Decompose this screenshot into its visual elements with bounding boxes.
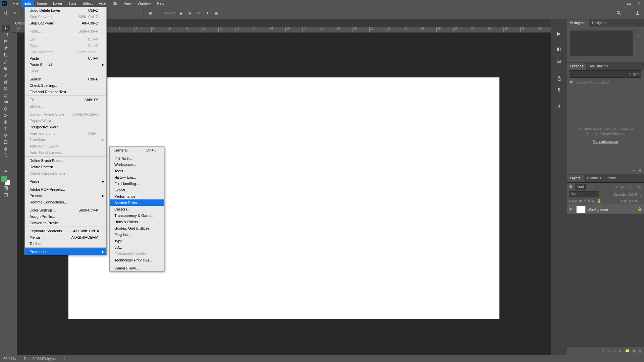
menu-select[interactable]: Select bbox=[79, 0, 96, 7]
brush-tool[interactable] bbox=[2, 72, 10, 78]
auto-align-icon[interactable]: ⊞ bbox=[147, 9, 154, 17]
eyedropper-tool[interactable] bbox=[2, 58, 10, 65]
move-tool-icon[interactable] bbox=[3, 9, 10, 17]
menu-item-workspace[interactable]: Workspace... bbox=[110, 161, 164, 168]
menu-item-define-brush-preset[interactable]: Define Brush Preset... bbox=[25, 157, 106, 164]
crop-tool[interactable] bbox=[2, 52, 10, 58]
color-swatches[interactable] bbox=[1, 176, 10, 185]
zoom-tool[interactable] bbox=[2, 152, 10, 159]
menu-item-paste[interactable]: PasteCtrl+V bbox=[25, 55, 106, 61]
distribute-h-icon[interactable]: ⋯ bbox=[133, 9, 141, 17]
menu-item-step-backward[interactable]: Step BackwardAlt+Ctrl+Z bbox=[25, 20, 106, 26]
menu-item-preferences[interactable]: Preferences▶ bbox=[25, 248, 106, 255]
menu-item-tools[interactable]: Tools... bbox=[110, 168, 164, 174]
library-search[interactable]: 🔍 Search Adobe Stock bbox=[567, 78, 644, 87]
menu-item-adobe-pdf-presets[interactable]: Adobe PDF Presets... bbox=[25, 186, 106, 192]
filter-type-icon[interactable]: T bbox=[626, 185, 631, 189]
filter-smart-icon[interactable]: ▣ bbox=[637, 185, 642, 189]
filter-adjust-icon[interactable]: ◐ bbox=[620, 185, 625, 189]
blend-mode[interactable]: Normal bbox=[569, 191, 599, 197]
layer-name[interactable]: Background bbox=[588, 207, 608, 212]
search-icon[interactable] bbox=[615, 9, 623, 17]
menu-3d[interactable]: 3D bbox=[110, 0, 121, 7]
wand-tool[interactable] bbox=[2, 45, 10, 52]
play-icon[interactable]: ▶ bbox=[554, 28, 565, 39]
menu-item-assign-profile[interactable]: Assign Profile... bbox=[25, 213, 106, 220]
menu-item-guides-grid-slices[interactable]: Guides, Grid & Slices... bbox=[110, 225, 164, 231]
menu-item-performance[interactable]: Performance... bbox=[110, 193, 164, 199]
gradient-tool[interactable] bbox=[2, 99, 10, 105]
layer-thumbnail[interactable] bbox=[576, 206, 586, 213]
tool-options-icon[interactable]: ▾ bbox=[11, 9, 19, 17]
marquee-tool[interactable] bbox=[2, 32, 10, 38]
menu-item-history-log[interactable]: History Log... bbox=[110, 174, 164, 180]
lock-paint-icon[interactable]: ✎ bbox=[583, 199, 586, 203]
menu-item-paste-special[interactable]: Paste Special▶ bbox=[25, 61, 106, 68]
zoom-level[interactable]: 66.67% bbox=[3, 357, 16, 361]
menu-item-remote-connections[interactable]: Remote Connections... bbox=[25, 199, 106, 205]
menu-item-plug-ins[interactable]: Plug-ins... bbox=[110, 231, 164, 238]
hand-tool[interactable] bbox=[2, 145, 10, 152]
orbit-icon[interactable]: ◉ bbox=[177, 9, 185, 17]
menu-item-file-handling[interactable]: File Handling... bbox=[110, 180, 164, 187]
roll-icon[interactable]: ⟳ bbox=[195, 9, 202, 17]
filter-pixel-icon[interactable]: ▧ bbox=[614, 185, 619, 189]
menu-type[interactable]: Type bbox=[65, 0, 79, 7]
character-panel-icon[interactable]: A̲ bbox=[554, 72, 565, 83]
pan-icon[interactable]: ◈ bbox=[186, 9, 194, 17]
tab-navigator[interactable]: Navigator bbox=[589, 19, 610, 27]
tab-channels[interactable]: Channels bbox=[584, 175, 604, 182]
warning-icon[interactable]: ⚠ bbox=[637, 34, 640, 38]
lock-icon[interactable]: 🔒 bbox=[637, 207, 642, 212]
menu-item-search[interactable]: SearchCtrl+F bbox=[25, 76, 106, 82]
shape-tool[interactable] bbox=[2, 139, 10, 145]
tab-histogram[interactable]: Histogram bbox=[567, 19, 589, 27]
menu-edit[interactable]: Edit bbox=[21, 0, 34, 7]
screenmode-tool[interactable] bbox=[2, 192, 10, 198]
menu-item-scratch-disks[interactable]: Scratch Disks... bbox=[110, 199, 164, 206]
group-icon[interactable]: 📁 bbox=[625, 349, 630, 353]
layer-row[interactable]: 👁 Background 🔒 bbox=[567, 204, 644, 215]
menu-item-cursors[interactable]: Cursors... bbox=[110, 206, 164, 212]
eraser-tool[interactable] bbox=[2, 92, 10, 99]
menu-item-units-rulers[interactable]: Units & Rulers... bbox=[110, 219, 164, 225]
swatches-panel-icon[interactable]: ⊞ bbox=[554, 56, 565, 66]
maximize-button[interactable]: ▭ bbox=[624, 0, 634, 7]
ruler-origin[interactable] bbox=[11, 27, 17, 33]
stamp-tool[interactable] bbox=[2, 78, 10, 85]
lock-pos-icon[interactable]: ✥ bbox=[588, 199, 591, 203]
menu-item-export[interactable]: Export... bbox=[110, 187, 164, 193]
blur-tool[interactable] bbox=[2, 105, 10, 112]
move-tool[interactable] bbox=[2, 25, 10, 32]
slide-icon[interactable]: ✦ bbox=[204, 9, 211, 17]
tab-adjustments[interactable]: Adjustments bbox=[586, 63, 611, 70]
library-select[interactable]: ▾ ⊞ ≡ bbox=[570, 70, 641, 78]
menu-item-technology-previews[interactable]: Technology Previews... bbox=[110, 257, 164, 263]
mask-icon[interactable]: ◻ bbox=[613, 349, 616, 353]
menu-item-type[interactable]: Type... bbox=[110, 238, 164, 244]
menu-filter[interactable]: Filter bbox=[96, 0, 110, 7]
dodge-tool[interactable] bbox=[2, 112, 10, 119]
menu-item-purge[interactable]: Purge▶ bbox=[25, 178, 106, 184]
menu-item-general[interactable]: General...Ctrl+K bbox=[110, 147, 164, 153]
ruler-vertical[interactable] bbox=[11, 33, 17, 355]
menu-item-keyboard-shortcuts[interactable]: Keyboard Shortcuts...Alt+Shift+Ctrl+K bbox=[25, 228, 106, 234]
menu-item-menus[interactable]: Menus...Alt+Shift+Ctrl+M bbox=[25, 234, 106, 240]
status-arrow[interactable]: 〉 bbox=[64, 356, 67, 361]
menu-item-find-and-replace-text[interactable]: Find and Replace Text... bbox=[25, 88, 106, 95]
menu-item-undo-delete-layer[interactable]: Undo Delete LayerCtrl+Z bbox=[25, 7, 106, 13]
lock-trans-icon[interactable]: ⊞ bbox=[579, 199, 582, 203]
type-tool[interactable] bbox=[2, 125, 10, 132]
menu-item-transparency-gamut[interactable]: Transparency & Gamut... bbox=[110, 212, 164, 219]
close-button[interactable]: ✕ bbox=[634, 0, 644, 7]
menu-image[interactable]: Image bbox=[34, 0, 50, 7]
color-panel-icon[interactable]: ◧ bbox=[554, 44, 565, 54]
more-info-link[interactable]: More information bbox=[593, 140, 618, 143]
trash-icon[interactable]: 🗑 bbox=[638, 168, 642, 172]
menu-item-3d[interactable]: 3D... bbox=[110, 244, 164, 250]
scale-icon[interactable]: ▣ bbox=[212, 9, 220, 17]
fx-icon[interactable]: fx bbox=[607, 349, 610, 353]
menu-item-color-settings[interactable]: Color Settings...Shift+Ctrl+K bbox=[25, 207, 106, 213]
path-tool[interactable] bbox=[2, 132, 10, 139]
menu-item-interface[interactable]: Interface... bbox=[110, 155, 164, 161]
